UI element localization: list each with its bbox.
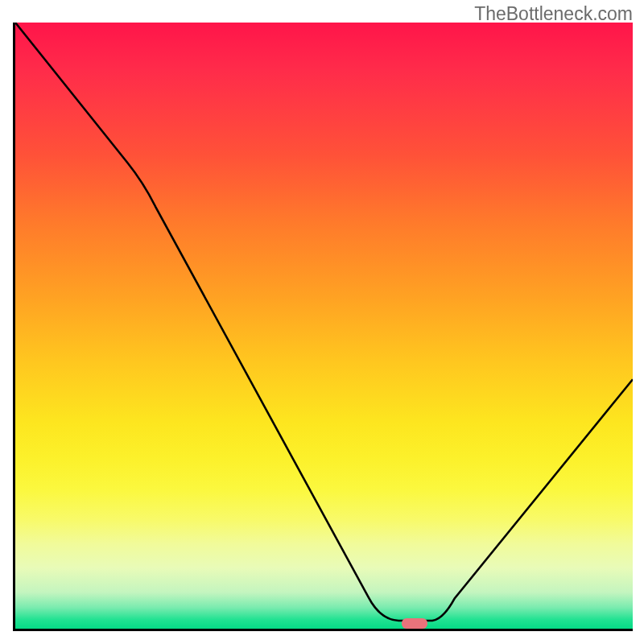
plot-area bbox=[13, 23, 633, 631]
bottleneck-curve bbox=[15, 23, 633, 621]
bottleneck-chart: TheBottleneck.com bbox=[0, 0, 644, 644]
optimal-marker bbox=[402, 618, 427, 629]
curve-svg bbox=[15, 23, 633, 629]
watermark-text: TheBottleneck.com bbox=[474, 3, 633, 25]
